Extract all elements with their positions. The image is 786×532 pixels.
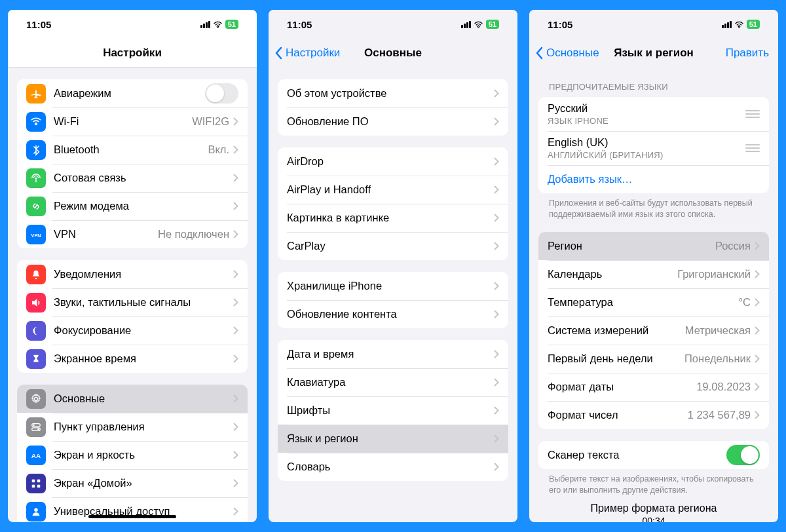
- row-label: Экран и яркость: [54, 449, 233, 461]
- aa-icon: AA: [26, 446, 46, 465]
- settings-row[interactable]: AAЭкран и яркость: [17, 441, 248, 469]
- settings-row[interactable]: Универсальный доступ: [17, 497, 248, 522]
- chevron-left-icon: [536, 47, 544, 60]
- svg-point-11: [34, 508, 37, 511]
- signal-icon: [722, 21, 732, 28]
- settings-row[interactable]: Обновление контента: [278, 300, 508, 328]
- language-sub: Английский (Британия): [548, 150, 745, 160]
- add-language-row[interactable]: Добавить язык…: [538, 165, 769, 193]
- back-button[interactable]: Настройки: [275, 47, 340, 60]
- status-time: 11:05: [548, 19, 572, 30]
- vpn-icon: VPN: [26, 225, 46, 244]
- settings-row[interactable]: Об этом устройстве: [278, 79, 508, 107]
- status-time: 11:05: [287, 19, 312, 30]
- settings-row[interactable]: Обновление ПО: [278, 107, 508, 136]
- link-icon: [26, 197, 46, 216]
- settings-row[interactable]: Пункт управления: [17, 413, 248, 441]
- row-label: Основные: [54, 392, 233, 405]
- signal-icon: [461, 21, 471, 28]
- language-sub: Язык iPhone: [548, 116, 745, 126]
- row-value: Россия: [715, 240, 751, 252]
- settings-row[interactable]: Режим модема: [17, 192, 248, 220]
- settings-row[interactable]: Температура°C: [538, 288, 769, 316]
- languages-footer: Приложения и веб-сайты будут использоват…: [549, 198, 758, 220]
- language-row[interactable]: English (UK)Английский (Британия): [538, 131, 769, 165]
- settings-row[interactable]: Картинка в картинке: [278, 204, 508, 232]
- settings-row[interactable]: Словарь: [278, 453, 508, 481]
- settings-row[interactable]: РегионРоссия: [538, 232, 769, 260]
- settings-row[interactable]: Язык и регион: [278, 425, 508, 453]
- language-name: English (UK): [548, 136, 745, 149]
- row-label: Картинка в картинке: [287, 212, 494, 224]
- status-indicators: 51: [722, 20, 760, 29]
- settings-row[interactable]: Хранилище iPhone: [278, 272, 508, 300]
- row-label: Авиарежим: [54, 87, 205, 100]
- header: Настройки: [8, 39, 257, 67]
- settings-row[interactable]: Система измеренийМетрическая: [538, 316, 769, 345]
- settings-row[interactable]: AirPlay и Handoff: [278, 176, 508, 204]
- page-title: Язык и регион: [614, 47, 694, 60]
- settings-row[interactable]: Уведомления: [17, 260, 248, 288]
- settings-row[interactable]: Звуки, тактильные сигналы: [17, 288, 248, 316]
- toggle[interactable]: [205, 83, 238, 104]
- row-label: Словарь: [287, 461, 494, 473]
- settings-row[interactable]: CarPlay: [278, 232, 508, 260]
- home-indicator[interactable]: [88, 515, 176, 518]
- content: Предпочитаемые языки РусскийЯзык iPhoneE…: [529, 67, 778, 522]
- settings-row[interactable]: Экран «Домой»: [17, 469, 248, 497]
- row-label: Система измерений: [548, 324, 685, 337]
- settings-row[interactable]: BluetoothВкл.: [17, 136, 248, 164]
- settings-row[interactable]: VPNVPNНе подключен: [17, 220, 248, 248]
- row-label: AirPlay и Handoff: [287, 183, 494, 196]
- settings-row[interactable]: Сотовая связь: [17, 164, 248, 192]
- settings-row[interactable]: Формат чисел1 234 567,89: [538, 401, 769, 429]
- back-button[interactable]: Основные: [536, 47, 599, 60]
- battery-icon: 51: [486, 20, 499, 29]
- row-label: Хранилище iPhone: [287, 280, 494, 292]
- settings-group-network: АвиарежимWi-FiWIFI2GBluetoothВкл.Сотовая…: [17, 79, 248, 248]
- row-label: Температура: [548, 296, 738, 309]
- settings-row[interactable]: КалендарьГригорианский: [538, 260, 769, 288]
- content: АвиарежимWi-FiWIFI2GBluetoothВкл.Сотовая…: [8, 67, 257, 522]
- row-label: Шрифты: [287, 404, 494, 417]
- scanner-group: Сканер текста: [538, 441, 769, 469]
- scanner-row[interactable]: Сканер текста: [538, 441, 769, 469]
- settings-row[interactable]: Дата и время: [278, 340, 508, 368]
- row-label: VPN: [54, 228, 158, 240]
- languages-group: РусскийЯзык iPhoneEnglish (UK)Английский…: [538, 97, 769, 193]
- content: Об этом устройствеОбновление ПО AirDropA…: [269, 67, 517, 522]
- bluetooth-icon: [26, 140, 46, 160]
- row-label: AirDrop: [287, 155, 494, 168]
- battery-icon: 51: [747, 20, 760, 29]
- scanner-toggle[interactable]: [726, 445, 760, 465]
- svg-point-0: [35, 177, 37, 179]
- settings-row[interactable]: Формат даты19.08.2023: [538, 373, 769, 401]
- status-bar: 11:05 51: [8, 10, 257, 39]
- wifi-icon: [26, 112, 46, 132]
- svg-text:VPN: VPN: [31, 232, 41, 238]
- settings-row[interactable]: Основные: [17, 385, 248, 413]
- settings-row[interactable]: AirDrop: [278, 147, 508, 176]
- row-label: Режим модема: [54, 200, 233, 212]
- settings-row[interactable]: Wi-FiWIFI2G: [17, 107, 248, 136]
- wifi-icon: [213, 21, 223, 28]
- drag-handle-icon[interactable]: [745, 110, 760, 118]
- scanner-label: Сканер текста: [548, 449, 726, 461]
- wifi-icon: [734, 21, 744, 28]
- language-row[interactable]: РусскийЯзык iPhone: [538, 97, 769, 131]
- settings-row[interactable]: Экранное время: [17, 345, 248, 373]
- settings-row[interactable]: Авиарежим: [17, 79, 248, 107]
- status-time: 11:05: [26, 19, 51, 30]
- edit-button[interactable]: Править: [726, 47, 769, 60]
- drag-handle-icon[interactable]: [745, 144, 760, 152]
- row-label: Wi-Fi: [54, 115, 192, 128]
- row-label: Обновление ПО: [287, 115, 494, 128]
- svg-text:AA: AA: [31, 451, 41, 459]
- settings-row[interactable]: Первый день неделиПонедельник: [538, 345, 769, 373]
- settings-row[interactable]: Фокусирование: [17, 316, 248, 345]
- row-label: Сотовая связь: [54, 172, 233, 184]
- settings-row[interactable]: Клавиатура: [278, 368, 508, 396]
- settings-row[interactable]: Шрифты: [278, 396, 508, 425]
- general-group-about: Об этом устройствеОбновление ПО: [278, 79, 508, 136]
- row-label: Регион: [548, 240, 715, 252]
